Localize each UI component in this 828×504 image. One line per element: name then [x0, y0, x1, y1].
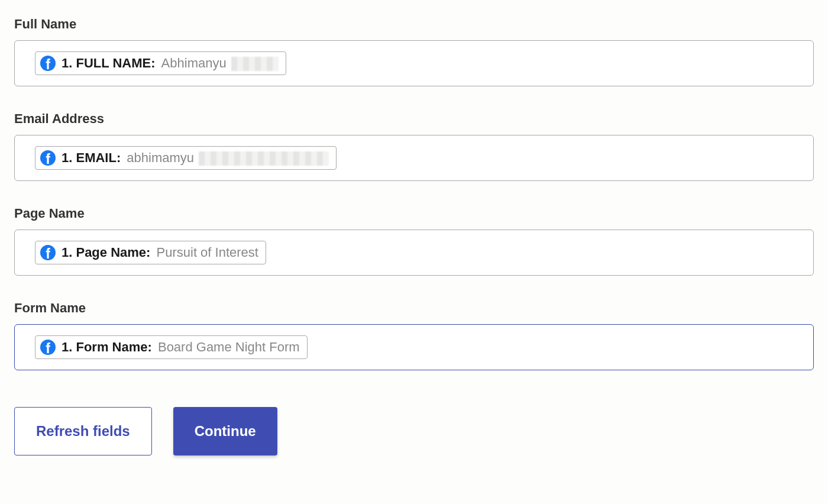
pill-key: 1. EMAIL: [62, 150, 121, 165]
pill-text: 1. Page Name: Pursuit of Interest [62, 245, 258, 260]
facebook-icon [40, 56, 56, 71]
field-form-name: Form Name 1. Form Name: Board Game Night… [14, 301, 814, 370]
field-input-email[interactable]: 1. EMAIL: abhimamyu [14, 135, 814, 181]
field-label-email: Email Address [14, 111, 814, 127]
pill-key: 1. Page Name: [62, 245, 150, 260]
pill-key: 1. FULL NAME: [62, 56, 155, 70]
field-full-name: Full Name 1. FULL NAME: Abhimanyu [14, 17, 814, 86]
mapping-pill-full-name[interactable]: 1. FULL NAME: Abhimanyu [35, 51, 286, 75]
pill-text: 1. EMAIL: abhimamyu [62, 150, 329, 166]
continue-button[interactable]: Continue [173, 407, 277, 455]
field-label-form-name: Form Name [14, 301, 814, 316]
field-label-full-name: Full Name [14, 17, 814, 32]
redacted-text [199, 151, 329, 166]
pill-value: Abhimanyu [161, 56, 227, 70]
pill-text: 1. FULL NAME: Abhimanyu [62, 56, 279, 71]
mapping-pill-page-name[interactable]: 1. Page Name: Pursuit of Interest [35, 241, 266, 264]
pill-key: 1. Form Name: [62, 340, 152, 354]
pill-text: 1. Form Name: Board Game Night Form [62, 340, 300, 355]
field-email: Email Address 1. EMAIL: abhimamyu [14, 111, 814, 181]
field-input-full-name[interactable]: 1. FULL NAME: Abhimanyu [14, 40, 814, 86]
button-row: Refresh fields Continue [14, 407, 814, 455]
field-input-form-name[interactable]: 1. Form Name: Board Game Night Form [14, 324, 814, 370]
pill-value: abhimamyu [127, 150, 194, 165]
refresh-fields-button[interactable]: Refresh fields [14, 407, 152, 455]
mapping-pill-email[interactable]: 1. EMAIL: abhimamyu [35, 146, 337, 170]
pill-value: Pursuit of Interest [157, 245, 258, 260]
field-input-page-name[interactable]: 1. Page Name: Pursuit of Interest [14, 230, 814, 276]
pill-value: Board Game Night Form [158, 340, 300, 354]
facebook-icon [40, 150, 56, 166]
facebook-icon [40, 340, 56, 355]
facebook-icon [40, 245, 56, 260]
redacted-text [231, 57, 279, 71]
mapping-pill-form-name[interactable]: 1. Form Name: Board Game Night Form [35, 335, 308, 359]
field-page-name: Page Name 1. Page Name: Pursuit of Inter… [14, 206, 814, 276]
field-label-page-name: Page Name [14, 206, 814, 221]
